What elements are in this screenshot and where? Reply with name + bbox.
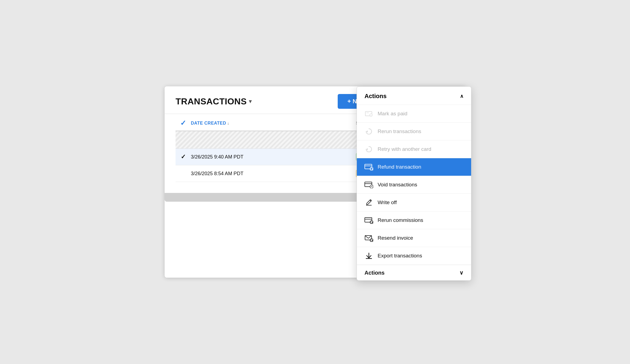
- actions-dropdown-footer[interactable]: Actions ∨: [357, 265, 471, 280]
- action-mark-as-paid[interactable]: ↺ Mark as paid: [357, 105, 471, 122]
- row-checkbox-1[interactable]: ✓: [176, 153, 191, 160]
- rerun-transactions-label: Rerun transactions: [378, 128, 421, 134]
- action-resend-invoice[interactable]: Resend invoice: [357, 229, 471, 247]
- rerun-commissions-icon: [364, 216, 373, 225]
- rerun-commissions-label: Rerun commissions: [378, 217, 423, 223]
- sort-arrow-icon: ↓: [227, 121, 229, 125]
- resend-invoice-icon: [364, 234, 373, 242]
- dropdown-caret-icon: ∧: [460, 93, 463, 99]
- void-transactions-label: Void transactions: [378, 182, 417, 188]
- actions-dropdown: Actions ∧ ↺ Mark as paid: [357, 86, 471, 281]
- export-transactions-label: Export transactions: [378, 253, 422, 259]
- header-check-icon: ✓: [180, 119, 186, 127]
- action-export-transactions[interactable]: Export transactions: [357, 247, 471, 265]
- page-title: TRANSACTIONS ▾: [176, 96, 252, 107]
- retry-another-card-label: Retry with another card: [378, 146, 431, 152]
- date-created-header[interactable]: DATE CREATED ↓: [191, 121, 356, 126]
- dropdown-footer-label: Actions: [364, 270, 384, 276]
- refund-transaction-label: Refund transaction: [378, 164, 421, 170]
- svg-text:↺: ↺: [370, 115, 372, 116]
- page-header: TRANSACTIONS ▾ + New Transaction Actions…: [165, 86, 465, 114]
- action-retry-another-card[interactable]: Retry with another card: [357, 140, 471, 158]
- action-void-transactions[interactable]: Void transactions: [357, 176, 471, 193]
- rerun-transactions-icon: [364, 127, 373, 136]
- refund-transaction-icon: [364, 163, 373, 171]
- actions-dropdown-header: Actions ∧: [357, 87, 471, 105]
- dropdown-footer-caret-icon: ∨: [459, 269, 463, 276]
- mark-as-paid-label: Mark as paid: [378, 111, 407, 117]
- write-off-icon: [364, 198, 373, 207]
- row-date-1: 3/26/2025 9:40 AM PDT: [191, 154, 356, 160]
- retry-another-card-icon: [364, 145, 373, 154]
- action-write-off[interactable]: Write off: [357, 194, 471, 211]
- row-date-2: 3/26/2025 8:54 AM PDT: [191, 171, 356, 177]
- header-checkbox[interactable]: ✓: [176, 119, 191, 127]
- dropdown-title: Actions: [364, 93, 387, 100]
- title-text: TRANSACTIONS: [176, 96, 247, 107]
- export-transactions-icon: [364, 251, 373, 260]
- resend-invoice-label: Resend invoice: [378, 235, 413, 241]
- title-chevron[interactable]: ▾: [249, 98, 252, 105]
- action-rerun-commissions[interactable]: Rerun commissions: [357, 212, 471, 229]
- action-rerun-transactions[interactable]: Rerun transactions: [357, 123, 471, 140]
- date-created-label: DATE CREATED: [191, 121, 226, 126]
- action-refund-transaction[interactable]: Refund transaction: [357, 158, 471, 176]
- write-off-label: Write off: [378, 199, 397, 206]
- void-transactions-icon: [364, 180, 373, 189]
- mark-as-paid-icon: ↺: [364, 109, 373, 118]
